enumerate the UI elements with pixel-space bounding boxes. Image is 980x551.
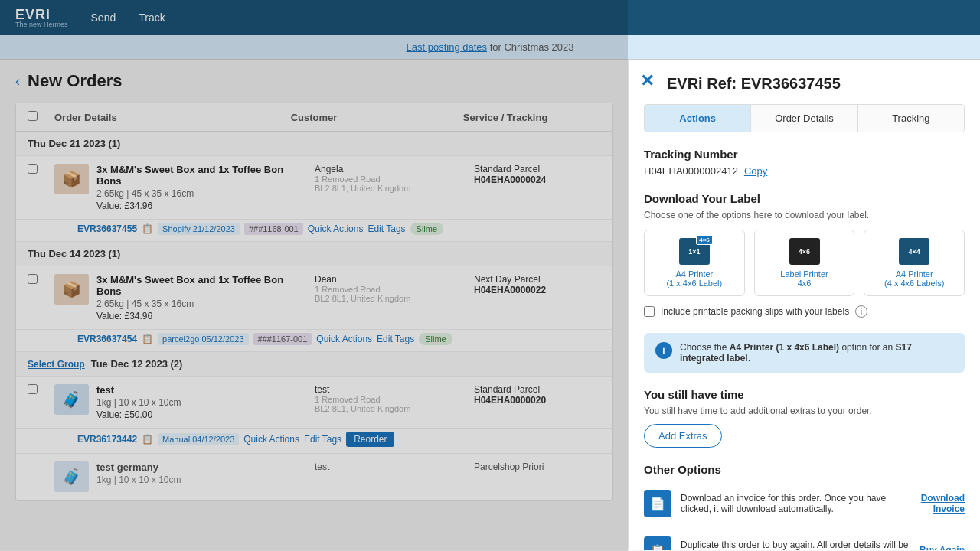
order-details-4: test germany 1kg | 10 x 10 x 10cm [96,461,307,487]
copy-icon-3[interactable]: 📋 [142,434,153,445]
evr-ref-1[interactable]: EVR36637455 [77,223,137,234]
label-options: 1×1 4×6 A4 Printer (1 x 4x6 Label) 4×6 L… [644,230,965,296]
logo-sub-text: The new Hermes [15,21,68,28]
reorder-button[interactable]: Reorder [346,432,394,447]
table-row: 📦 3x M&M's Sweet Box and 1x Toffee Bon B… [16,156,612,220]
left-panel: ‹ New Orders Order Details Customer Serv… [0,60,628,550]
info-box-text: Choose the A4 Printer (1 x 4x6 Label) op… [680,342,953,364]
row-checkbox-3[interactable] [28,384,38,394]
label-icon-a4-4x4: 4×4 [899,238,929,265]
order-value-2: Value: £34.96 [96,311,307,321]
table-row: 🧳 test germany 1kg | 10 x 10 x 10cm test… [16,454,612,500]
close-button[interactable]: ✕ [640,71,654,91]
order-image-4: 🧳 [54,461,89,492]
order-weight-2: 2.65kg | 45 x 35 x 16cm [96,298,307,309]
invoice-desc: Download an invoice for this order. Once… [681,493,912,514]
label-option-a4-4x4x6[interactable]: 4×4 A4 Printer (4 x 4x6 Labels) [864,230,965,296]
back-button[interactable]: ‹ [15,73,20,90]
order-service-4: Parcelshop Priori [474,461,600,472]
customer-addr2-3: BL2 8L1, United Kingdom [315,404,466,413]
download-invoice-link[interactable]: Download [921,493,965,504]
order-value-3: Value: £50.00 [96,409,307,420]
other-option-duplicate: 📋 Duplicate this order to buy again. All… [644,527,965,550]
order-tracking-1: H04EHA0000024 [474,174,600,185]
service-name-2: Next Day Parcel [474,274,600,285]
header: EVRi The new Hermes Send Track [0,0,980,35]
other-options-section: Other Options 📄 Download an invoice for … [644,463,965,550]
order-id-badge-2: ###1167-001 [253,333,312,345]
info-box: i Choose the A4 Printer (1 x 4x6 Label) … [644,333,965,373]
logo-evri-text: EVRi [15,8,68,21]
order-actions-row-2: EVR36637454 📋 parcel2go 05/12/2023 ###11… [16,330,612,352]
copy-icon-1[interactable]: 📋 [142,223,153,234]
service-name-3: Standard Parcel [474,384,600,395]
buy-again-link[interactable]: Buy Again [920,545,965,550]
packing-slip-checkbox[interactable] [644,306,655,317]
table-row: 📦 3x M&M's Sweet Box and 1x Toffee Bon B… [16,266,612,330]
edit-tags-link-1[interactable]: Edit Tags [368,223,405,234]
evr-ref-2[interactable]: EVR36637454 [77,334,137,344]
select-group-link[interactable]: Select Group [28,359,85,370]
edit-tags-link-3[interactable]: Edit Tags [304,434,341,445]
label-option-name-1: A4 Printer [651,269,738,279]
order-name-3: test [96,384,307,396]
order-details-3: test 1kg | 10 x 10 x 10cm Value: £50.00 [96,384,307,420]
label-option-4x6[interactable]: 4×6 Label Printer 4x6 [754,230,855,296]
banner-link[interactable]: Last posting dates [407,41,488,53]
nav-send[interactable]: Send [91,11,116,24]
edit-tags-link-2[interactable]: Edit Tags [377,334,414,344]
select-all-checkbox[interactable] [28,111,38,121]
customer-addr1-2: 1 Removed Road [315,285,466,294]
tab-actions[interactable]: Actions [645,105,751,132]
slime-badge-1: Slime [410,223,444,235]
customer-name-3: test [315,384,466,395]
tab-tracking[interactable]: Tracking [858,105,964,132]
duplicate-icon: 📋 [644,536,671,550]
table-header: Order Details Customer Service / Trackin… [16,103,612,132]
customer-addr2-1: BL2 8L1, United Kingdom [315,184,466,193]
packing-slip-row: Include printable packing slips with you… [644,305,965,318]
tracking-number-title: Tracking Number [644,148,965,161]
label-icon-a4: 1×1 4×6 [679,238,710,265]
order-name-1: 3x M&M's Sweet Box and 1x Toffee Bon Bon… [96,164,307,187]
still-time-section: You still have time You still have time … [644,388,965,448]
order-customer-2: Dean 1 Removed Road BL2 8L1, United King… [315,274,466,303]
store-badge-2: parcel2go 05/12/2023 [158,333,248,345]
order-actions-row-1: EVR36637455 📋 Shopify 21/12/2023 ###1168… [16,220,612,242]
order-weight-1: 2.65kg | 45 x 35 x 16cm [96,188,307,199]
col-order-header: Order Details [54,112,283,123]
tab-order-details[interactable]: Order Details [751,105,858,132]
duplicate-desc: Duplicate this order to buy again. All o… [681,540,910,550]
order-actions-row-3: EVR36173442 📋 Manual 04/12/2023 Quick Ac… [16,429,612,454]
add-extras-button[interactable]: Add Extras [644,424,722,448]
group-date-dec14: Thu Dec 14 2023 (1) [28,248,120,259]
quick-actions-link-3[interactable]: Quick Actions [243,434,299,445]
row-checkbox-2[interactable] [28,274,38,284]
order-name-2: 3x M&M's Sweet Box and 1x Toffee Bon Bon… [96,274,307,297]
quick-actions-link-2[interactable]: Quick Actions [316,334,372,344]
packing-slip-info-icon[interactable]: i [855,305,867,318]
tracking-number-value: H04EHA0000002412 [644,165,738,177]
customer-addr1-3: 1 Removed Road [315,395,466,404]
order-customer-3: test 1 Removed Road BL2 8L1, United King… [315,384,466,413]
invoice-icon: 📄 [644,490,671,517]
nav-track[interactable]: Track [139,11,165,24]
order-value-1: Value: £34.96 [96,201,307,211]
packing-slip-label: Include printable packing slips with you… [661,306,849,317]
download-invoice-link-2[interactable]: Invoice [933,504,965,514]
other-options-title: Other Options [644,463,965,476]
group-date-dec12: Tue Dec 12 2023 (2) [91,358,183,370]
order-weight-3: 1kg | 10 x 10 x 10cm [96,397,307,408]
label-option-a4-1x4x6[interactable]: 1×1 4×6 A4 Printer (1 x 4x6 Label) [644,230,745,296]
quick-actions-link-1[interactable]: Quick Actions [308,223,364,234]
copy-icon-2[interactable]: 📋 [142,334,153,344]
download-label-title: Download Your Label [644,192,965,205]
tracking-number-row: H04EHA0000002412 Copy [644,165,965,177]
evr-ref-3[interactable]: EVR36173442 [77,434,137,445]
store-badge-1: Shopify 21/12/2023 [158,223,240,235]
order-image-2: 📦 [54,274,89,305]
row-checkbox-1[interactable] [28,164,38,174]
copy-tracking-link[interactable]: Copy [744,165,767,177]
panel-title: EVRi Ref: EVR36637455 [644,75,965,93]
order-service-1: Standard Parcel H04EHA0000024 [474,164,600,185]
